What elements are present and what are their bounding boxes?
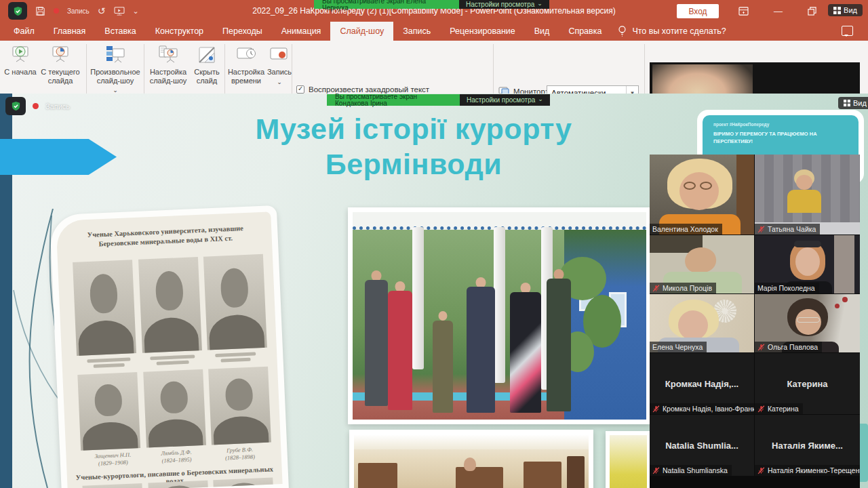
tab-transitions[interactable]: Переходы: [213, 22, 272, 41]
setup-slideshow-button[interactable]: Настройка слайд-шоу: [146, 44, 190, 85]
portrait-photo: [143, 369, 206, 448]
security-shield-icon: [8, 2, 27, 20]
portrait-photo: [213, 478, 274, 488]
inner-zoom-view-button[interactable]: Вид: [838, 97, 868, 109]
participant-label: Катерина: [768, 405, 799, 413]
rehearse-timings-icon: [235, 44, 257, 66]
participant-tile[interactable]: Марія Поколедна: [755, 235, 860, 293]
mic-muted-icon: [757, 405, 765, 413]
zoom-view-label: Вид: [844, 6, 857, 14]
recording-dot-icon: [33, 103, 39, 109]
mini-project-label: проект #НаКрокПопереду: [703, 115, 859, 127]
tab-animations[interactable]: Анимация: [272, 22, 331, 41]
slide-arrow-shape: [0, 139, 117, 175]
tell-me-search[interactable]: Что вы хотите сделать?: [611, 22, 726, 41]
participant-tile[interactable]: Катерина Катерина: [755, 353, 860, 414]
from-beginning-button[interactable]: С начала: [4, 44, 37, 77]
divider: [86, 44, 87, 94]
undo-icon[interactable]: ↺: [98, 6, 106, 16]
participant-name: Валентина Холодок: [652, 225, 718, 233]
screenshot-root: Запись ↺ ⌄ 2022_09_26 НаКрокПопереду (2)…: [0, 0, 868, 488]
rehearse-timings-button[interactable]: Настройка времени: [226, 44, 267, 85]
zoom-view-button[interactable]: Вид: [828, 4, 863, 16]
museum-interior-photo: [349, 430, 593, 488]
checkbox-play-narrations[interactable]: Воспроизвести закадровый текст: [296, 85, 429, 94]
hide-slide-icon: [196, 44, 218, 66]
tab-insert[interactable]: Вставка: [95, 22, 145, 41]
view-options-dropdown-outer[interactable]: Настройки просмотра: [459, 0, 549, 9]
chevron-down-icon: [538, 97, 543, 104]
mic-muted-icon: [757, 344, 765, 351]
security-shield-icon: [5, 97, 26, 115]
quick-access-toolbar: Запись ↺ ⌄: [8, 2, 139, 20]
portrait-caption: Лямбль Д.Ф. (1824–1895): [144, 448, 209, 466]
tab-record[interactable]: Запись: [393, 22, 440, 41]
participant-label: Natalia Shumlianska: [663, 466, 728, 474]
tab-file[interactable]: Файл: [4, 22, 44, 41]
restore-button[interactable]: [808, 0, 816, 22]
inner-recording-indicator: Запись: [5, 97, 70, 115]
ribbon-tab-bar: Файл Главная Вставка Конструктор Переход…: [0, 22, 868, 41]
participant-tile[interactable]: Валентина Холодок: [650, 155, 754, 235]
comments-icon[interactable]: [842, 26, 853, 36]
participant-tile[interactable]: Микола Проців: [650, 235, 754, 293]
from-current-slide-button[interactable]: С текущего слайда: [38, 44, 83, 85]
monitor-dropdown[interactable]: Автоматически ▾: [547, 85, 639, 94]
mic-muted-icon: [652, 467, 660, 474]
view-options-dropdown-inner[interactable]: Настройки просмотра: [460, 94, 550, 106]
slideshow-icon[interactable]: [114, 6, 125, 16]
mic-muted-icon: [757, 467, 765, 474]
participant-tile[interactable]: Татьяна Чайка: [755, 155, 860, 235]
person-figure: [433, 311, 453, 413]
poster-header: Ученые Харьковского университета, изучав…: [56, 211, 272, 251]
save-icon[interactable]: [35, 6, 45, 16]
person-figure: [388, 281, 412, 410]
minimize-button[interactable]: —: [774, 0, 783, 22]
tab-home[interactable]: Главная: [44, 22, 96, 41]
ribbon-display-options-icon[interactable]: [738, 0, 749, 22]
participant-tile-active-speaker[interactable]: Елена Чернуха: [650, 294, 754, 352]
dropdown-arrow-icon: ▾: [626, 86, 638, 94]
hide-slide-button[interactable]: Скрыть слайд: [191, 44, 222, 85]
person-figure: [464, 458, 476, 471]
mini-motto: ВІРИМО У ПЕРЕМОГУ ТА ПРАЦЮЄМО НА ПЕРСПЕК…: [703, 127, 859, 146]
participant-tile[interactable]: Natalia Shumlia... Natalia Shumlianska: [650, 415, 754, 476]
tab-view[interactable]: Вид: [525, 22, 559, 41]
tab-help[interactable]: Справка: [559, 22, 611, 41]
participant-label: Наталія Якименко-Терещенко: [768, 466, 860, 474]
tab-review[interactable]: Рецензирование: [440, 22, 525, 41]
qat-customize-caret-icon[interactable]: ⌄: [133, 7, 139, 15]
play-current-icon: [50, 44, 71, 66]
chevron-down-icon: [537, 1, 542, 8]
grid-icon: [844, 100, 850, 106]
historic-portraits-poster: Ученые Харьковского университета, изучав…: [50, 205, 289, 488]
mic-muted-icon: [652, 285, 660, 292]
portrait-photo: [138, 257, 201, 353]
divider: [644, 44, 645, 94]
participant-tile[interactable]: Наталія Якиме... Наталія Якименко-Тереще…: [755, 415, 860, 476]
record-icon: [269, 44, 290, 66]
recording-indicator: Запись: [67, 7, 90, 15]
portrait-photo: [77, 372, 140, 451]
share-banner-inner-text: Вы просматриваете экран Кондакова Ірина: [327, 94, 460, 106]
divider: [144, 44, 144, 94]
participant-tile[interactable]: Ольга Павлова: [755, 294, 860, 352]
record-slideshow-button[interactable]: Запись: [264, 44, 294, 87]
login-button[interactable]: Вход: [677, 4, 719, 18]
self-video-thumbnail[interactable]: [652, 64, 753, 94]
custom-show-icon: [104, 44, 126, 66]
tab-design[interactable]: Конструктор: [146, 22, 213, 41]
checkbox-checked-icon: [296, 85, 304, 94]
tab-slideshow-active[interactable]: Слайд-шоу: [330, 22, 393, 41]
share-banner-outer-text: Вы просматриваете экран Елена Чернуха: [314, 0, 459, 9]
group-photo: [348, 207, 651, 424]
portrait-photo: [73, 260, 136, 356]
grid-icon: [833, 7, 841, 14]
participant-name: Natalia Shumlia...: [661, 441, 743, 451]
participant-tile[interactable]: Кромкач Надія,... Кромкач Надія, Івано-Ф…: [650, 353, 754, 414]
mic-muted-icon: [652, 405, 660, 413]
monitor-label-row: Монитор:: [498, 87, 547, 94]
divider: [292, 44, 292, 94]
custom-slideshow-button[interactable]: Произвольное слайд-шоу: [89, 44, 142, 94]
participant-name: Кромкач Надія,...: [661, 379, 743, 389]
